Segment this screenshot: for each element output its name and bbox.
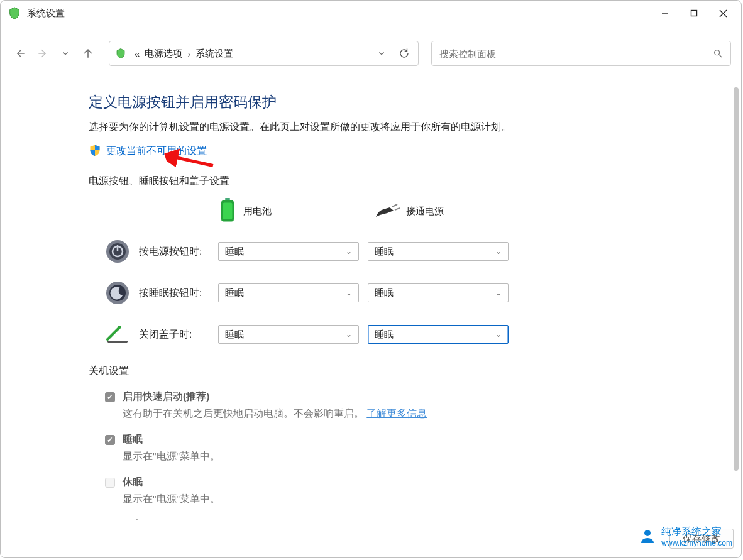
chevron-down-icon: ⌄ <box>346 247 352 256</box>
lid-ac-combo[interactable]: 睡眠⌄ <box>368 325 509 344</box>
opt-fast-label: 启用快速启动(推荐) <box>123 391 209 402</box>
back-button[interactable] <box>12 45 28 62</box>
chevron-down-icon: ⌄ <box>495 247 502 256</box>
battery-icon <box>218 198 237 225</box>
sleep-battery-combo[interactable]: 睡眠⌄ <box>218 283 359 302</box>
search-input[interactable] <box>432 48 705 59</box>
power-ac-combo[interactable]: 睡眠⌄ <box>368 242 509 261</box>
row-power-label: 按电源按钮时: <box>139 245 218 258</box>
maximize-button[interactable] <box>680 1 708 26</box>
svg-rect-11 <box>223 203 233 219</box>
svg-rect-9 <box>225 198 230 200</box>
row-lid-label: 关闭盖子时: <box>139 328 218 341</box>
chevron-down-icon: ⌄ <box>495 330 502 339</box>
section-title: 电源按钮、睡眠按钮和盖子设置 <box>89 175 711 188</box>
watermark: 纯净系统之家 www.kzmyhome.com <box>639 525 732 547</box>
opt-sleep-label: 睡眠 <box>123 434 143 444</box>
row-sleep-label: 按睡眠按钮时: <box>139 287 218 300</box>
plug-icon <box>375 202 400 221</box>
column-battery-label: 用电池 <box>243 206 272 217</box>
lid-icon <box>104 321 131 348</box>
checkbox-hibernate[interactable] <box>105 478 115 488</box>
breadcrumb-separator: › <box>185 48 193 59</box>
column-headers: 用电池 接通电源 <box>218 198 711 225</box>
location-icon <box>114 47 127 60</box>
shield-icon <box>89 144 101 158</box>
chevron-down-icon: ⌄ <box>346 330 352 339</box>
opt-lock-label: 锁定 <box>123 519 143 520</box>
svg-point-21 <box>644 530 651 536</box>
opt-hibernate-label: 休眠 <box>123 476 143 487</box>
sleep-button-icon <box>104 279 131 307</box>
minimize-button[interactable] <box>651 1 680 26</box>
watermark-logo-icon <box>639 528 656 546</box>
up-button[interactable] <box>80 45 96 62</box>
address-bar[interactable]: « 电源选项 › 系统设置 <box>109 41 419 66</box>
row-lid: 关闭盖子时: 睡眠⌄ 睡眠⌄ <box>104 321 711 348</box>
learn-more-link[interactable]: 了解更多信息 <box>366 408 427 419</box>
watermark-name: 纯净系统之家 <box>661 525 732 539</box>
svg-point-7 <box>715 50 720 55</box>
opt-hibernate-sub: 显示在"电源"菜单中。 <box>123 493 220 506</box>
page-description: 选择要为你的计算机设置的电源设置。在此页上对设置所做的更改将应用于你所有的电源计… <box>89 121 711 134</box>
breadcrumb-root[interactable]: « <box>132 48 142 59</box>
chevron-down-icon: ⌄ <box>346 288 352 297</box>
svg-line-12 <box>392 204 397 207</box>
chevron-down-icon: ⌄ <box>495 288 502 297</box>
window-title: 系统设置 <box>27 8 65 19</box>
divider <box>134 371 711 371</box>
shutdown-section-header: 关机设置 <box>89 365 711 378</box>
checkbox-fast-start[interactable] <box>105 392 115 402</box>
admin-link-row: 更改当前不可用的设置 <box>89 144 711 158</box>
row-power-button: 按电源按钮时: 睡眠⌄ 睡眠⌄ <box>104 238 711 265</box>
address-dropdown[interactable] <box>373 45 390 62</box>
change-unavailable-link[interactable]: 更改当前不可用的设置 <box>106 145 207 158</box>
scrollbar[interactable] <box>734 87 739 471</box>
opt-hibernate: 休眠 显示在"电源"菜单中。 <box>105 476 711 506</box>
shutdown-section-label: 关机设置 <box>89 365 129 378</box>
content-area: 定义电源按钮并启用密码保护 选择要为你的计算机设置的电源设置。在此页上对设置所做… <box>1 76 741 520</box>
opt-sleep-sub: 显示在"电源"菜单中。 <box>123 450 220 463</box>
page-title: 定义电源按钮并启用密码保护 <box>89 92 711 112</box>
forward-button[interactable] <box>35 45 51 62</box>
opt-sleep: 睡眠 显示在"电源"菜单中。 <box>105 433 711 463</box>
watermark-url: www.kzmyhome.com <box>661 539 732 547</box>
checkbox-sleep[interactable] <box>105 435 115 445</box>
breadcrumb-system[interactable]: 系统设置 <box>193 48 236 60</box>
app-icon <box>7 6 22 21</box>
power-battery-combo[interactable]: 睡眠⌄ <box>218 242 359 261</box>
search-icon[interactable] <box>705 48 730 58</box>
sleep-ac-combo[interactable]: 睡眠⌄ <box>368 283 509 302</box>
row-sleep-button: 按睡眠按钮时: 睡眠⌄ 睡眠⌄ <box>104 279 711 307</box>
svg-rect-1 <box>691 11 697 16</box>
opt-lock: 锁定 <box>105 519 711 520</box>
opt-fast-sub: 这有助于在关机之后更快地启动电脑。不会影响重启。 了解更多信息 <box>123 407 427 420</box>
title-bar: 系统设置 <box>1 1 741 26</box>
lid-battery-combo[interactable]: 睡眠⌄ <box>218 325 359 344</box>
close-button[interactable] <box>708 1 737 26</box>
column-ac-label: 接通电源 <box>406 206 444 217</box>
refresh-button[interactable] <box>395 45 413 62</box>
search-box[interactable] <box>431 41 731 66</box>
bottom-bar: 保存修改 <box>8 524 734 554</box>
breadcrumb-power[interactable]: 电源选项 <box>142 48 185 60</box>
svg-line-8 <box>719 55 722 57</box>
svg-line-13 <box>395 208 400 210</box>
window: 系统设置 « <box>0 0 742 558</box>
history-button[interactable] <box>57 45 74 62</box>
power-button-icon <box>104 238 131 265</box>
opt-fast-start: 启用快速启动(推荐) 这有助于在关机之后更快地启动电脑。不会影响重启。 了解更多… <box>105 390 711 420</box>
nav-row: « 电源选项 › 系统设置 <box>1 40 741 67</box>
